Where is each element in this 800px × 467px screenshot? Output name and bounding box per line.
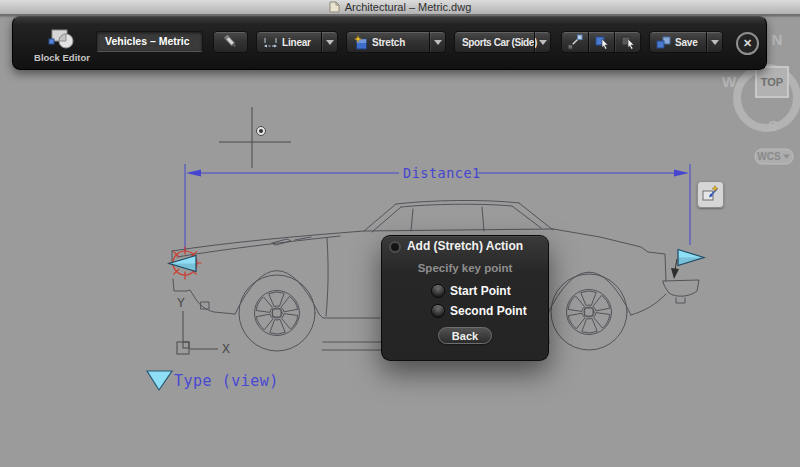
crosshair-cursor	[219, 107, 291, 168]
chevron-down-icon	[326, 40, 334, 45]
block-editor-toolbar: Block Editor Vehicles – Metric	[12, 16, 767, 70]
visibility-state-label: Sports Car (Side)	[462, 37, 537, 48]
start-point-label: Start Point	[450, 284, 511, 298]
ucs-icon: Y X	[177, 295, 230, 356]
viewcube-west[interactable]: W	[722, 73, 737, 90]
ucs-y-label: Y	[177, 295, 185, 310]
block-editor-label: Block Editor	[34, 52, 90, 63]
wcs-label: WCS	[757, 151, 781, 162]
parameter-type-label: Linear	[282, 37, 311, 48]
chevron-down-icon	[434, 40, 442, 45]
dimension-label: Distance1	[403, 165, 481, 181]
dialog-prompt: Specify key point	[382, 262, 548, 274]
parameter-type-dropdown-group: Linear	[256, 31, 338, 53]
start-point-radio[interactable]	[431, 284, 445, 298]
chevron-down-icon	[539, 40, 547, 45]
ucs-x-label: X	[222, 341, 230, 356]
back-button[interactable]: Back	[438, 327, 492, 344]
block-editor-tool[interactable]: Block Editor	[21, 22, 103, 66]
second-point-label: Second Point	[450, 304, 527, 318]
save-block-button[interactable]: Save	[650, 32, 706, 52]
edit-block-button[interactable]	[213, 31, 248, 53]
make-invisible-button[interactable]	[562, 32, 588, 52]
dimension-arrow-left	[186, 170, 201, 177]
stretch-action-icon	[353, 35, 368, 50]
action-dropdown-arrow[interactable]	[429, 32, 445, 52]
action-type-dropdown[interactable]: Stretch	[347, 32, 429, 52]
action-type-label: Stretch	[372, 37, 405, 48]
visibility-dropdown-arrow[interactable]	[534, 32, 550, 52]
parameter-type-dropdown[interactable]: Linear	[257, 32, 321, 52]
view-state-label: Type (view)	[174, 372, 279, 390]
close-block-editor-button[interactable]: ✕	[736, 32, 759, 55]
start-point-option[interactable]: Start Point	[431, 284, 511, 298]
wcs-dropdown[interactable]: WCS	[755, 149, 793, 164]
block-name-value: Vehicles – Metric	[105, 35, 190, 47]
block-name-field[interactable]: Vehicles – Metric	[96, 31, 203, 52]
stretch-action-badge-icon	[701, 185, 720, 204]
type-view-state: Type (view)	[147, 371, 279, 390]
visibility-mode-icon	[567, 34, 583, 50]
viewcube-north[interactable]: N	[772, 31, 783, 48]
select-hidden-icon	[620, 34, 636, 51]
save-block-icon	[656, 35, 671, 50]
visibility-state-dropdown-group: Sports Car (Side)	[454, 31, 551, 53]
make-visible-button[interactable]	[588, 32, 614, 52]
action-type-dropdown-group: Stretch	[346, 31, 446, 53]
document-icon	[329, 1, 340, 13]
select-visible-icon	[594, 34, 610, 51]
action-indicator-badge[interactable]	[697, 181, 724, 208]
block-editor-window: Distance1 Y X	[0, 0, 800, 467]
dialog-title: Add (Stretch) Action	[382, 239, 548, 253]
save-label: Save	[675, 37, 698, 48]
viewcube-top-label: TOP	[761, 76, 783, 88]
drawing-canvas[interactable]: Distance1 Y X	[0, 0, 800, 467]
save-dropdown-group: Save	[649, 31, 723, 53]
save-dropdown-arrow[interactable]	[706, 32, 722, 52]
visibility-state-dropdown[interactable]: Sports Car (Side)	[455, 32, 534, 52]
state-triangle-icon	[147, 371, 172, 390]
window-titlebar[interactable]: Architectural – Metric.dwg	[0, 0, 800, 15]
block-editor-icon	[47, 26, 77, 50]
linear-parameter-icon	[263, 35, 278, 50]
chevron-down-icon	[711, 40, 719, 45]
grip-arrow-left[interactable]	[169, 256, 196, 272]
close-icon: ✕	[743, 37, 752, 50]
back-button-label: Back	[452, 330, 478, 342]
add-stretch-action-dialog: Add (Stretch) Action Specify key point S…	[381, 235, 549, 361]
second-point-radio[interactable]	[431, 304, 445, 318]
dimension-arrow-right	[674, 170, 689, 177]
viewcube-south[interactable]: S	[768, 117, 778, 134]
window-title: Architectural – Metric.dwg	[345, 0, 472, 14]
parameter-dropdown-arrow[interactable]	[321, 32, 337, 52]
make-hidden-button[interactable]	[614, 32, 640, 52]
grip-arrow-right[interactable]	[671, 250, 704, 280]
pencil-icon	[223, 34, 239, 50]
second-point-option[interactable]: Second Point	[431, 304, 527, 318]
visibility-tools-group	[561, 31, 641, 53]
